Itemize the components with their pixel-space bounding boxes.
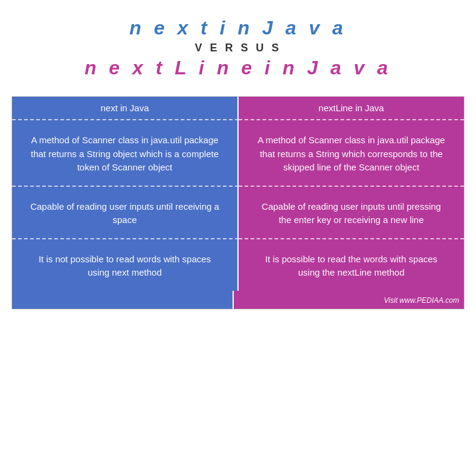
col-right-row2: Capable of reading user inputs until pre…: [239, 189, 464, 238]
title-versus: V E R S U S: [12, 42, 464, 54]
table-header-row: next in Java nextLine in Java: [12, 97, 464, 119]
col-left-row1: A method of Scanner class in java.util p…: [12, 123, 239, 186]
col-left-header: next in Java: [12, 97, 239, 119]
footer-text: Visit www.PEDIAA.com: [384, 296, 459, 305]
title-next: n e x t i n J a v a: [12, 17, 464, 39]
table-row-2: Capable of reading user inputs until rec…: [12, 189, 464, 238]
col-left-row2: Capable of reading user inputs until rec…: [12, 189, 239, 238]
table-row-1: A method of Scanner class in java.util p…: [12, 123, 464, 186]
footer-left: [12, 291, 234, 309]
footer-row: Visit www.PEDIAA.com: [12, 291, 464, 309]
comparison-table: next in Java nextLine in Java A method o…: [11, 96, 465, 309]
col-right-header: nextLine in Java: [239, 97, 464, 119]
table-row-3: It is not possible to read words with sp…: [12, 242, 464, 291]
footer-right: Visit www.PEDIAA.com: [234, 291, 464, 309]
page-header: n e x t i n J a v a V E R S U S n e x t …: [0, 0, 476, 85]
title-nextline: n e x t L i n e i n J a v a: [12, 57, 464, 79]
col-left-row3: It is not possible to read words with sp…: [12, 242, 239, 291]
col-right-row3: It is possible to read the words with sp…: [239, 242, 464, 291]
col-right-row1: A method of Scanner class in java.util p…: [239, 123, 464, 186]
